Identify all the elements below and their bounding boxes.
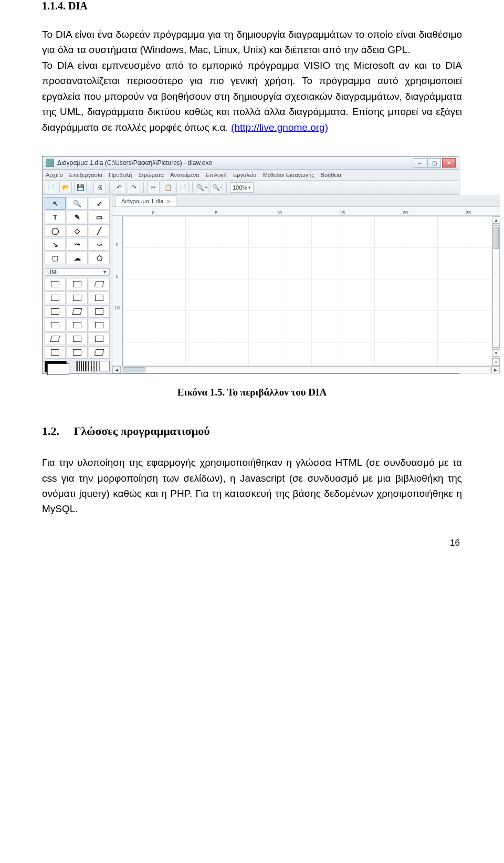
line-pattern-2[interactable] [88, 361, 98, 371]
section-1-2-heading: 1.2. Γλώσσες προγραμματισμού [42, 424, 462, 438]
scroll-left-icon[interactable]: ◀ [112, 366, 121, 373]
shape-button[interactable] [89, 278, 110, 290]
toolbar-button[interactable]: 📄 [45, 182, 57, 193]
line-pattern-3[interactable] [99, 361, 110, 371]
menu-item[interactable]: Εργαλεία [233, 172, 257, 178]
vertical-scrollbar[interactable]: ▲ ▼ + [492, 216, 500, 366]
menu-item[interactable]: Αρχείο [46, 172, 63, 178]
shape-grid [43, 278, 112, 359]
shape-button[interactable] [45, 332, 66, 345]
tool-button[interactable]: ⤳ [67, 238, 88, 251]
toolbar-button[interactable]: 📂 [59, 182, 72, 193]
dia-window: Διάγραμμα 1.dia (C:\Users\Ραφαήλ\Picture… [42, 156, 459, 374]
dia-canvas-area: Διάγραμμα 1.dia ✕ 0510152025 0510 ▲ [112, 195, 500, 373]
tool-button[interactable]: ↖ [45, 197, 66, 210]
menu-item[interactable]: Μέθοδοι Εισαγωγής [263, 172, 314, 178]
paragraph-2: Το DIA είναι εμπνευσμένο από το εμπορικό… [42, 58, 462, 135]
ruler-tick: 5 [116, 274, 118, 279]
tool-button[interactable]: 🔍 [67, 197, 88, 210]
toolbar-button[interactable]: ↶ [113, 182, 125, 193]
toolbar-button[interactable]: 🔍+ [196, 182, 208, 193]
section-heading: 1.1.4. DIA [42, 0, 462, 12]
shape-button[interactable] [67, 332, 88, 345]
tool-button[interactable]: ⤢ [89, 197, 110, 210]
shape-button[interactable] [89, 332, 110, 345]
paragraph-3: Για την υλοποίηση της εφαρμογής χρησιμοπ… [42, 455, 462, 517]
paragraph-1: Το DIA είναι ένα δωρεάν πρόγραμμα για τη… [42, 27, 462, 58]
menu-item[interactable]: Βοήθεια [321, 172, 341, 178]
toolbar-button[interactable]: 💾 [74, 182, 87, 193]
document-tab[interactable]: Διάγραμμα 1.dia ✕ [116, 195, 176, 206]
maximize-button[interactable]: ▢ [427, 158, 441, 168]
shape-button[interactable] [89, 319, 110, 331]
tool-button[interactable]: ╱ [89, 224, 110, 237]
shape-button[interactable] [45, 278, 66, 290]
toolbar-separator [143, 182, 144, 193]
ruler-tick: 10 [114, 305, 120, 310]
tab-close-icon[interactable]: ✕ [166, 199, 171, 204]
shape-button[interactable] [89, 292, 110, 304]
canvas-add-icon[interactable]: + [492, 358, 500, 366]
toolbar-button[interactable]: ↷ [128, 182, 140, 193]
menu-item[interactable]: Επεξεργασία [69, 172, 102, 178]
ruler-tick: 25 [437, 210, 500, 215]
ruler-tick: 5 [185, 210, 248, 215]
tool-button[interactable]: ⬠ [89, 252, 110, 264]
zoom-field[interactable]: 100%▾ [230, 182, 254, 193]
tool-button[interactable]: ✎ [67, 211, 88, 223]
menu-item[interactable]: Στρώματα [138, 172, 164, 178]
menu-item[interactable]: Προβολή [109, 172, 132, 178]
tool-button[interactable]: ⬚ [45, 252, 66, 264]
drawing-canvas[interactable] [122, 216, 492, 366]
shape-category-label: UML [47, 269, 59, 275]
figure-caption: Εικόνα 1.5. Το περιβάλλον του DIA [42, 387, 462, 398]
tool-button[interactable]: ☁ [67, 252, 88, 264]
line-pattern-1[interactable] [76, 361, 87, 371]
section-title: DIA [68, 0, 88, 12]
tool-button[interactable]: ▭ [89, 211, 110, 223]
toolbar-button[interactable]: 🔍- [211, 182, 223, 193]
ruler-tick: 10 [248, 210, 311, 215]
scroll-down-icon[interactable]: ▼ [492, 349, 500, 357]
minimize-button[interactable]: – [413, 158, 426, 168]
dia-left-panel: ↖🔍⤢T✎▭◯◇╱↘⤳⤻⬚☁⬠ UML ▼ [43, 195, 112, 373]
shape-category-dropdown[interactable]: UML ▼ [45, 268, 110, 276]
menu-item[interactable]: Αντικείμενα [170, 172, 199, 178]
shape-button[interactable] [45, 319, 66, 331]
ruler-vertical: 0510 [112, 216, 122, 366]
horizontal-scrollbar[interactable]: ◀ ▶ [112, 366, 500, 373]
menu-item[interactable]: Επιλογή [206, 172, 227, 178]
tool-button[interactable]: ◇ [67, 224, 88, 237]
scroll-up-icon[interactable]: ▲ [492, 216, 500, 224]
page-number: 16 [42, 538, 462, 548]
dia-toolbar: 📄📂💾🖨↶↷✂📋📄🔍+🔍-100%▾ [43, 181, 459, 195]
shape-button[interactable] [45, 292, 66, 304]
section-number: 1.1.4. [42, 0, 66, 12]
section-1-2-number: 1.2. [42, 424, 71, 438]
shape-button[interactable] [67, 319, 88, 331]
tool-button[interactable]: ↘ [45, 238, 66, 251]
document-tab-label: Διάγραμμα 1.dia [121, 198, 163, 204]
shape-button[interactable] [89, 305, 110, 318]
dia-menubar: ΑρχείοΕπεξεργασίαΠροβολήΣτρώματαΑντικείμ… [43, 170, 459, 181]
color-swatch[interactable] [45, 361, 67, 372]
toolbar-button[interactable]: 📋 [162, 182, 174, 193]
close-button[interactable]: ✕ [442, 158, 456, 168]
tool-grid: ↖🔍⤢T✎▭◯◇╱↘⤳⤻⬚☁⬠ [43, 195, 112, 266]
shape-button[interactable] [67, 346, 88, 359]
chevron-down-icon: ▼ [102, 269, 107, 275]
shape-button[interactable] [45, 346, 66, 359]
scroll-right-icon[interactable]: ▶ [491, 366, 500, 373]
tool-button[interactable]: T [45, 211, 66, 223]
tool-button[interactable]: ◯ [45, 224, 66, 237]
toolbar-button[interactable]: 📄 [176, 182, 189, 193]
shape-button[interactable] [45, 305, 66, 318]
shape-button[interactable] [89, 346, 110, 359]
shape-button[interactable] [67, 305, 88, 318]
shape-button[interactable] [67, 292, 88, 304]
tool-button[interactable]: ⤻ [89, 238, 110, 251]
toolbar-button[interactable]: 🖨 [93, 182, 106, 193]
shape-button[interactable] [67, 278, 88, 290]
toolbar-button[interactable]: ✂ [147, 182, 160, 193]
gnome-link[interactable]: (http://live.gnome.org) [231, 122, 328, 133]
